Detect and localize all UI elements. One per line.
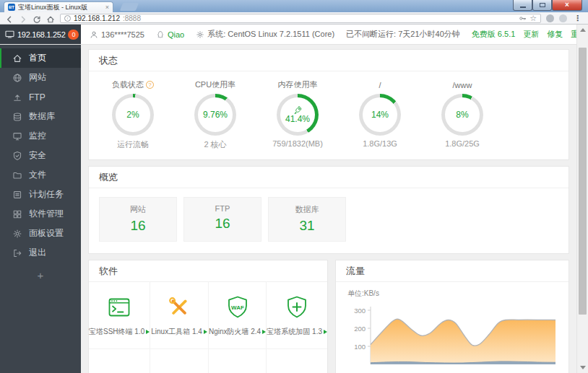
software-item-item-7[interactable] bbox=[209, 349, 267, 373]
sidebar-item-software[interactable]: 软件管理 bbox=[0, 204, 81, 224]
help-icon[interactable]: ? bbox=[146, 81, 154, 89]
overview-card-databases[interactable]: 数据库31 bbox=[268, 197, 346, 242]
card-value: 31 bbox=[269, 218, 345, 234]
gauge-value: 2% bbox=[126, 110, 139, 120]
message-count-badge[interactable]: 0 bbox=[68, 30, 79, 40]
play-icon[interactable] bbox=[204, 330, 207, 334]
shield-plus-icon bbox=[284, 294, 310, 320]
sidebar-item-logout[interactable]: 退出 bbox=[0, 243, 81, 263]
window-maximize-button[interactable] bbox=[532, 0, 552, 11]
tools-icon bbox=[166, 294, 192, 320]
software-item-linux-toolbox[interactable]: Linux工具箱 1.4 bbox=[150, 282, 209, 349]
account-item[interactable]: 136****7525 bbox=[90, 30, 144, 39]
upload-icon bbox=[12, 92, 22, 102]
qq-item[interactable]: Qiao bbox=[156, 30, 184, 39]
scroll-down-icon[interactable] bbox=[580, 366, 586, 369]
address-bar[interactable]: i 192.168.1.212:8888 ☆ bbox=[60, 14, 541, 23]
traffic-panel-title: 流量 bbox=[336, 260, 568, 282]
folder-icon bbox=[12, 170, 22, 180]
app-header: 192.168.1.252 0 136****7525 Qiao 系统: Cen… bbox=[0, 25, 576, 45]
tab-close-icon[interactable]: × bbox=[105, 4, 109, 11]
header-action-repair[interactable]: 修复 bbox=[547, 29, 563, 40]
uptime-label: 已不间断运行: 7天21小时40分钟 bbox=[346, 29, 460, 40]
home-icon bbox=[12, 53, 22, 63]
status-panel: 状态 负载状态?2%运行流畅CPU使用率9.76%2 核心内存使用率41.4%7… bbox=[88, 49, 569, 160]
url-host: 192.168.1.212 bbox=[74, 14, 120, 22]
task-icon bbox=[12, 190, 22, 200]
gauge-label: / bbox=[339, 79, 421, 91]
software-item-system-hardening[interactable]: 宝塔系统加固 1.3 bbox=[267, 282, 327, 349]
sidebar-item-label: 安全 bbox=[29, 149, 46, 162]
sidebar-item-cron[interactable]: 计划任务 bbox=[0, 185, 81, 204]
tab-title: 宝塔Linux面板 - Linux版 bbox=[18, 3, 103, 12]
new-tab-button[interactable] bbox=[120, 3, 139, 11]
waf-shield-icon: WAF bbox=[225, 294, 251, 320]
sidebar-item-home[interactable]: 首页 bbox=[0, 48, 81, 68]
overview-card-sites[interactable]: 网站16 bbox=[99, 197, 177, 242]
sidebar-item-site[interactable]: 网站 bbox=[0, 68, 81, 87]
play-icon[interactable] bbox=[262, 330, 266, 334]
software-item-item-6[interactable] bbox=[150, 349, 209, 373]
sidebar-item-settings[interactable]: 面板设置 bbox=[0, 224, 81, 243]
software-item-ssh-terminal[interactable]: 宝塔SSH终端 1.0 bbox=[89, 282, 150, 349]
page-scrollbar[interactable] bbox=[576, 25, 588, 373]
gauge-ring: 2% bbox=[112, 94, 154, 136]
scroll-up-icon[interactable] bbox=[580, 28, 586, 32]
traffic-panel: 流量 单位:KB/s 100200300 bbox=[335, 260, 569, 373]
gauge-ring: 41.4% bbox=[277, 94, 319, 136]
bookmark-star-icon[interactable]: ☆ bbox=[529, 14, 537, 22]
play-icon[interactable] bbox=[324, 330, 327, 334]
sidebar-item-label: 退出 bbox=[29, 247, 46, 259]
scrollbar-thumb[interactable] bbox=[579, 48, 587, 315]
sidebar-item-ftp[interactable]: FTP bbox=[0, 87, 81, 107]
overview-panel: 概览 网站16FTP16数据库31 bbox=[88, 166, 569, 254]
url-port: :8888 bbox=[123, 14, 141, 22]
gear-icon bbox=[12, 229, 22, 239]
svg-text:300: 300 bbox=[354, 307, 366, 315]
header-action-update[interactable]: 更新 bbox=[523, 29, 539, 40]
card-label: 数据库 bbox=[269, 204, 345, 215]
shield-icon bbox=[12, 151, 22, 161]
browser-tab[interactable]: BT 宝塔Linux面板 - Linux版 × bbox=[4, 1, 113, 12]
browser-toolbar: i 192.168.1.212:8888 ☆ ⋮ bbox=[0, 12, 588, 25]
gauge-ring: 9.76% bbox=[194, 94, 236, 136]
gauge-ring: 8% bbox=[441, 94, 483, 136]
key-icon[interactable] bbox=[519, 14, 527, 22]
window-minimize-button[interactable] bbox=[513, 0, 532, 11]
window-close-button[interactable]: × bbox=[552, 0, 582, 11]
system-info: 系统: CentOS Linux 7.2.1511 (Core) bbox=[207, 29, 334, 40]
gauge-label: 负载状态? bbox=[92, 79, 174, 91]
sidebar-item-security[interactable]: 安全 bbox=[0, 146, 81, 165]
sidebar-item-files[interactable]: 文件 bbox=[0, 165, 81, 185]
overview-card-ftp[interactable]: FTP16 bbox=[183, 197, 261, 242]
refresh-icon[interactable] bbox=[33, 14, 41, 22]
sidebar-item-monitor[interactable]: 监控 bbox=[0, 126, 81, 146]
software-item-item-5[interactable] bbox=[89, 349, 150, 373]
card-value: 16 bbox=[184, 216, 261, 232]
software-item-nginx-waf[interactable]: WAFNginx防火墙 2.4 bbox=[209, 282, 267, 349]
sidebar-item-label: 监控 bbox=[29, 130, 46, 142]
info-icon[interactable]: i bbox=[64, 15, 71, 22]
gauge-label: /www bbox=[421, 79, 503, 91]
forward-icon[interactable] bbox=[19, 14, 27, 22]
software-item-item-8[interactable] bbox=[267, 349, 327, 373]
version-label[interactable]: 免费版 6.5.1 bbox=[472, 29, 516, 40]
sidebar-item-database[interactable]: 数据库 bbox=[0, 107, 81, 126]
window-icon bbox=[166, 369, 192, 373]
server-ip: 192.168.1.252 bbox=[17, 30, 65, 39]
gear-icon bbox=[196, 30, 204, 39]
home-toolbar-icon[interactable] bbox=[46, 14, 55, 22]
back-icon[interactable] bbox=[5, 14, 14, 22]
extension-icon[interactable] bbox=[546, 14, 554, 22]
sidebar-add-button[interactable]: + bbox=[0, 266, 81, 285]
svg-text:200: 200 bbox=[354, 325, 366, 333]
qq-icon bbox=[156, 30, 165, 39]
play-icon[interactable] bbox=[146, 330, 150, 334]
account-label: 136****7525 bbox=[101, 30, 144, 39]
extension-icon-2[interactable] bbox=[559, 14, 567, 22]
browser-titlebar: BT 宝塔Linux面板 - Linux版 × × bbox=[0, 0, 588, 12]
browser-menu-icon[interactable]: ⋮ bbox=[572, 14, 583, 23]
server-ip-block[interactable]: 192.168.1.252 0 bbox=[0, 25, 81, 44]
traffic-chart: 单位:KB/s 100200300 bbox=[336, 282, 568, 373]
sidebar-item-label: 文件 bbox=[29, 169, 46, 181]
